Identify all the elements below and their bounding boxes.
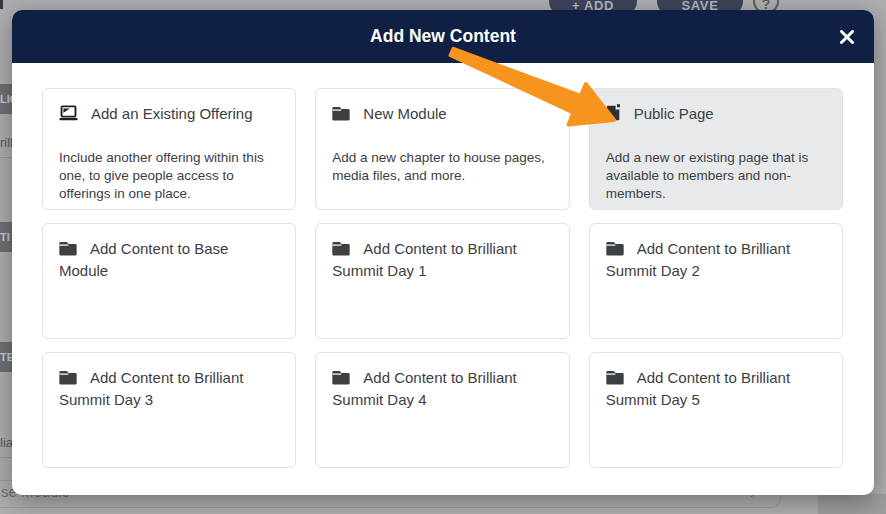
folder-icon [59,241,77,261]
modal-title: Add New Content [370,26,516,47]
screen: + ADD SAVE ? LIC rill TI TE lia se Modul… [0,0,886,514]
card-title: Public Page [634,105,714,122]
content-card-summit-day-3[interactable]: Add Content to Brilliant Summit Day 3 [42,352,296,468]
folder-icon [606,370,624,390]
folder-icon [59,370,77,390]
content-card-summit-day-1[interactable]: Add Content to Brilliant Summit Day 1 [315,223,569,339]
card-description: Add a new or existing page that is avail… [606,149,826,203]
card-title: Add an Existing Offering [91,105,252,122]
content-options-grid: Add an Existing Offering Include another… [12,63,874,468]
card-description: Add a new chapter to house pages, media … [332,149,552,185]
backdrop-edge-fragment [0,0,3,9]
content-card-public-page[interactable]: Public Page Add a new or existing page t… [589,88,843,210]
folder-icon [332,370,350,390]
folder-icon [606,241,624,261]
content-card-summit-day-5[interactable]: Add Content to Brilliant Summit Day 5 [589,352,843,468]
card-title: Add Content to Brilliant Summit Day 4 [332,369,516,408]
card-title: New Module [363,105,446,122]
content-card-summit-day-4[interactable]: Add Content to Brilliant Summit Day 4 [315,352,569,468]
content-card-add-existing-offering[interactable]: Add an Existing Offering Include another… [42,88,296,210]
folder-icon [332,106,350,126]
card-title: Add Content to Brilliant Summit Day 3 [59,369,243,408]
page-icon [606,104,621,126]
add-new-content-modal: Add New Content Add [12,10,874,495]
folder-icon [332,241,350,261]
card-title: Add Content to Brilliant Summit Day 5 [606,369,790,408]
backdrop-panel [818,494,886,514]
modal-header: Add New Content [12,10,874,63]
laptop-icon [59,105,78,126]
card-title: Add Content to Brilliant Summit Day 2 [606,240,790,279]
content-card-summit-day-2[interactable]: Add Content to Brilliant Summit Day 2 [589,223,843,339]
card-title: Add Content to Brilliant Summit Day 1 [332,240,516,279]
card-title: Add Content to Base Module [59,240,228,279]
content-card-base-module[interactable]: Add Content to Base Module [42,223,296,339]
card-description: Include another offering within this one… [59,149,279,203]
content-card-new-module[interactable]: New Module Add a new chapter to house pa… [315,88,569,210]
close-icon[interactable] [839,29,855,45]
